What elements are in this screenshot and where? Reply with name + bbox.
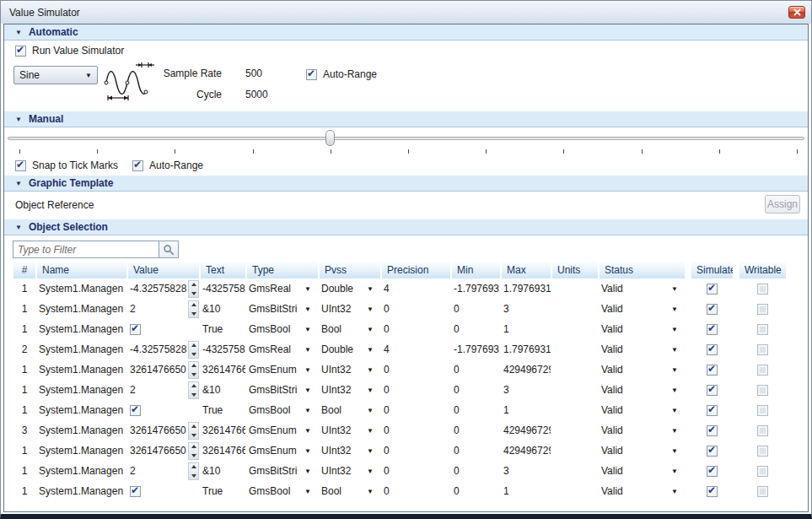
spinner-up-icon[interactable] bbox=[189, 423, 198, 431]
value-spinner[interactable] bbox=[188, 341, 199, 359]
cell-pvss[interactable]: UInt32▼ bbox=[320, 364, 380, 376]
writable-checkbox[interactable] bbox=[757, 446, 768, 457]
search-button[interactable] bbox=[159, 241, 179, 258]
cell-pvss[interactable]: Double▼ bbox=[320, 343, 380, 355]
filter-input[interactable] bbox=[13, 241, 159, 258]
value-spinner[interactable] bbox=[188, 422, 199, 440]
cell-pvss[interactable]: UInt32▼ bbox=[320, 303, 380, 315]
cell-type[interactable]: GmsEnum▼ bbox=[247, 424, 318, 436]
spinner-down-icon[interactable] bbox=[189, 370, 198, 378]
assign-button[interactable]: Assign bbox=[765, 195, 800, 214]
writable-checkbox[interactable] bbox=[757, 466, 768, 477]
cell-type[interactable]: GmsEnum▼ bbox=[247, 364, 318, 376]
cell-status[interactable]: Valid▼ bbox=[600, 343, 685, 355]
writable-checkbox[interactable] bbox=[757, 324, 768, 335]
cell-type[interactable]: GmsEnum▼ bbox=[247, 445, 318, 457]
manual-slider[interactable] bbox=[4, 129, 808, 147]
simulate-checkbox[interactable] bbox=[707, 486, 718, 497]
writable-checkbox[interactable] bbox=[757, 425, 768, 436]
table-row[interactable]: 1System1.Managen2&10GmsBitStri▼UInt32▼00… bbox=[4, 299, 808, 319]
cell-status[interactable]: Valid▼ bbox=[600, 303, 685, 315]
cell-type[interactable]: GmsReal▼ bbox=[247, 283, 318, 295]
simulate-checkbox[interactable] bbox=[707, 385, 718, 396]
writable-checkbox[interactable] bbox=[757, 385, 768, 396]
col-header-max[interactable]: Max bbox=[502, 261, 551, 278]
value-spinner[interactable] bbox=[188, 462, 199, 480]
spinner-up-icon[interactable] bbox=[189, 362, 198, 370]
slider-thumb[interactable] bbox=[325, 130, 335, 146]
cell-pvss[interactable]: UInt32▼ bbox=[320, 384, 380, 396]
cell-pvss[interactable]: UInt32▼ bbox=[320, 465, 380, 477]
writable-checkbox[interactable] bbox=[757, 304, 768, 315]
col-header-simulate[interactable]: Simulate bbox=[691, 261, 733, 278]
cell-type[interactable]: GmsBool▼ bbox=[247, 485, 318, 497]
spinner-down-icon[interactable] bbox=[189, 289, 198, 297]
cell-type[interactable]: GmsBool▼ bbox=[247, 323, 318, 335]
col-header-writable[interactable]: Writable bbox=[739, 261, 786, 278]
table-row[interactable]: 1System1.ManagenTrueGmsBool▼Bool▼001Vali… bbox=[4, 481, 808, 501]
col-header-status[interactable]: Status bbox=[600, 261, 685, 278]
simulate-checkbox[interactable] bbox=[707, 324, 718, 335]
simulate-checkbox[interactable] bbox=[707, 446, 718, 457]
cell-status[interactable]: Valid▼ bbox=[600, 283, 685, 295]
spinner-down-icon[interactable] bbox=[189, 471, 198, 479]
section-object-selection-header[interactable]: ▼ Object Selection bbox=[4, 219, 808, 235]
table-row[interactable]: 1System1.Managen32614766503261476650GmsE… bbox=[4, 441, 808, 461]
writable-checkbox[interactable] bbox=[757, 284, 768, 295]
cell-type[interactable]: GmsBitStri▼ bbox=[247, 303, 318, 315]
value-checkbox[interactable] bbox=[130, 405, 141, 416]
cell-pvss[interactable]: Bool▼ bbox=[320, 485, 380, 497]
writable-checkbox[interactable] bbox=[757, 365, 768, 376]
col-header-value[interactable]: Value bbox=[128, 261, 199, 278]
value-spinner[interactable] bbox=[188, 361, 199, 379]
cell-type[interactable]: GmsBitStri▼ bbox=[247, 384, 318, 396]
simulate-checkbox[interactable] bbox=[707, 344, 718, 355]
writable-checkbox[interactable] bbox=[757, 486, 768, 497]
cell-status[interactable]: Valid▼ bbox=[600, 465, 685, 477]
cell-pvss[interactable]: Double▼ bbox=[320, 283, 380, 295]
simulate-checkbox[interactable] bbox=[707, 405, 718, 416]
cell-status[interactable]: Valid▼ bbox=[600, 445, 685, 457]
cell-status[interactable]: Valid▼ bbox=[600, 424, 685, 436]
cell-type[interactable]: GmsReal▼ bbox=[247, 343, 318, 355]
spinner-up-icon[interactable] bbox=[189, 463, 198, 472]
table-row[interactable]: 1System1.Managen2&10GmsBitStri▼UInt32▼00… bbox=[4, 461, 808, 481]
cell-pvss[interactable]: UInt32▼ bbox=[320, 424, 380, 436]
simulate-checkbox[interactable] bbox=[707, 466, 718, 477]
table-row[interactable]: 1System1.Managen32614766503261476650GmsE… bbox=[4, 360, 808, 380]
close-button[interactable] bbox=[788, 6, 805, 19]
col-header-num[interactable]: # bbox=[13, 261, 35, 278]
auto-range-checkbox-manual[interactable]: Auto-Range bbox=[132, 159, 203, 171]
table-row[interactable]: 1System1.ManagenTrueGmsBool▼Bool▼001Vali… bbox=[4, 319, 808, 339]
cell-pvss[interactable]: Bool▼ bbox=[320, 323, 380, 335]
spinner-up-icon[interactable] bbox=[189, 443, 198, 451]
writable-checkbox[interactable] bbox=[757, 344, 768, 355]
cell-status[interactable]: Valid▼ bbox=[600, 404, 685, 416]
section-automatic-header[interactable]: ▼ Automatic bbox=[4, 24, 808, 41]
value-spinner[interactable] bbox=[188, 381, 199, 399]
col-header-type[interactable]: Type bbox=[247, 261, 318, 278]
col-header-precision[interactable]: Precision bbox=[382, 261, 450, 278]
cell-status[interactable]: Valid▼ bbox=[600, 384, 685, 396]
value-checkbox[interactable] bbox=[130, 486, 141, 497]
col-header-units[interactable]: Units bbox=[552, 261, 598, 278]
table-row[interactable]: 1System1.Managen2&10GmsBitStri▼UInt32▼00… bbox=[4, 380, 808, 400]
simulate-checkbox[interactable] bbox=[707, 425, 718, 436]
cell-pvss[interactable]: Bool▼ bbox=[320, 404, 380, 416]
value-spinner[interactable] bbox=[188, 300, 199, 318]
spinner-up-icon[interactable] bbox=[189, 342, 198, 350]
cell-status[interactable]: Valid▼ bbox=[600, 485, 685, 497]
cell-type[interactable]: GmsBitStri▼ bbox=[247, 465, 318, 477]
auto-range-checkbox-automatic[interactable]: Auto-Range bbox=[306, 68, 377, 80]
col-header-name[interactable]: Name bbox=[37, 261, 126, 278]
section-manual-header[interactable]: ▼ Manual bbox=[4, 111, 808, 127]
value-spinner[interactable] bbox=[188, 442, 199, 460]
spinner-up-icon[interactable] bbox=[189, 301, 198, 310]
spinner-down-icon[interactable] bbox=[189, 349, 198, 358]
spinner-down-icon[interactable] bbox=[189, 451, 198, 459]
section-graphic-template-header[interactable]: ▼ Graphic Template bbox=[4, 176, 808, 192]
spinner-up-icon[interactable] bbox=[189, 281, 198, 289]
cell-status[interactable]: Valid▼ bbox=[600, 323, 685, 335]
table-row[interactable]: 2System1.Managen-4.32575828-432575828Gms… bbox=[4, 339, 808, 360]
spinner-down-icon[interactable] bbox=[189, 309, 198, 317]
